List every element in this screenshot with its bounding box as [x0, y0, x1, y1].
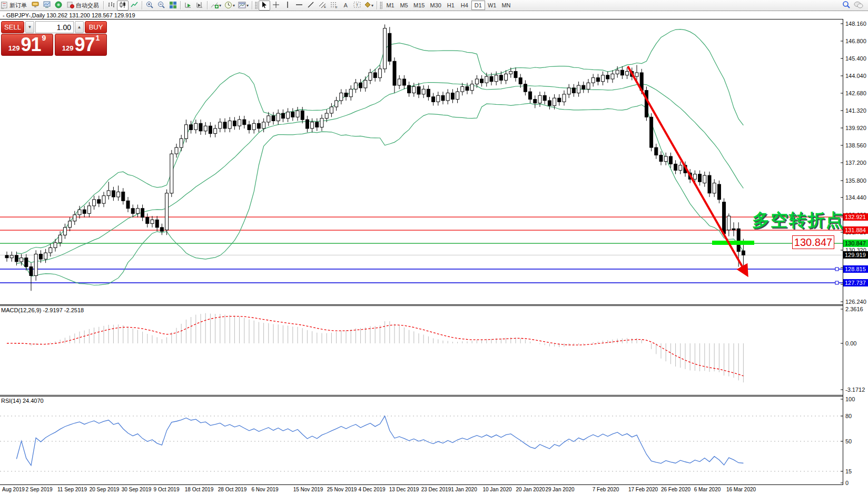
candle-body — [311, 122, 314, 128]
new-order-button[interactable]: 新订单 — [0, 1, 29, 11]
price-level-badge: 127.737 — [843, 279, 868, 286]
candle-body — [272, 116, 275, 121]
chevron-down-icon: ▾ — [371, 3, 373, 8]
line-anchor-marker[interactable] — [835, 281, 839, 284]
volume-increase-button[interactable]: ▲ — [75, 21, 84, 33]
candle-body — [131, 209, 134, 214]
pane-border — [0, 396, 843, 397]
crosshair-button[interactable] — [270, 1, 282, 11]
zoom-in-button[interactable] — [144, 1, 155, 11]
candle-body — [402, 79, 406, 85]
svg-text:T: T — [356, 3, 358, 7]
candle-body — [650, 117, 653, 147]
date-label: 28 Oct 2019 — [218, 487, 246, 492]
candlestick-icon — [119, 1, 126, 9]
candle-body — [296, 111, 299, 117]
pane-border — [0, 395, 843, 395]
candle-body — [20, 258, 23, 262]
sell-button[interactable]: SELL — [1, 21, 24, 33]
tile-windows-button[interactable] — [167, 1, 179, 11]
volume-input[interactable] — [35, 21, 74, 33]
cursor-button[interactable] — [259, 1, 270, 11]
support-highlight-bar — [712, 241, 754, 245]
candle-body — [727, 216, 731, 230]
timeframe-button-MN[interactable]: MN — [499, 1, 513, 10]
candle-body — [233, 121, 236, 126]
sell-price-panel[interactable]: 129 91 9 — [1, 34, 53, 56]
candlestick-button[interactable] — [117, 1, 129, 11]
line-anchor-marker[interactable] — [835, 268, 839, 271]
fibonacci-button[interactable]: F — [328, 1, 340, 11]
candle-body — [427, 89, 430, 97]
autotrading-button[interactable]: 自动交易 — [64, 1, 102, 11]
navigator-button[interactable] — [53, 1, 64, 11]
candle-body — [582, 85, 585, 89]
candle-body — [5, 255, 8, 258]
macd-pane[interactable] — [0, 305, 843, 395]
date-label: 13 Dec 2019 — [389, 487, 419, 492]
timeframe-button-W1[interactable]: W1 — [485, 1, 499, 10]
axis-tick-label: 0.00 — [845, 340, 856, 346]
timeframe-button-M1[interactable]: M1 — [383, 1, 397, 10]
vertical-line-button[interactable] — [282, 1, 293, 11]
timeframe-button-M30[interactable]: M30 — [427, 1, 443, 10]
candle-body — [340, 93, 343, 101]
candle-body — [378, 69, 381, 78]
market-watch-button[interactable] — [29, 1, 41, 11]
periods-button[interactable]: ▾ — [223, 1, 236, 11]
buy-price-panel[interactable]: 129 97 1 — [55, 34, 107, 56]
axis-tick-label: 145.400 — [845, 55, 866, 62]
candle-body — [267, 116, 270, 122]
channel-button[interactable]: E — [317, 1, 328, 11]
ohlc-values: 130.262 131.200 128.567 129.919 — [46, 12, 135, 18]
separator — [103, 1, 104, 9]
candle-body — [262, 122, 265, 128]
candle-body — [417, 87, 420, 95]
shapes-button[interactable]: ▾ — [363, 1, 375, 11]
macd-signal-line — [7, 316, 743, 376]
text-label-icon: T — [353, 1, 361, 9]
timeframe-button-H4[interactable]: H4 — [458, 1, 471, 10]
volume-decrease-button[interactable]: ▼ — [25, 21, 34, 33]
zoom-out-button[interactable] — [155, 1, 167, 11]
text-label-button[interactable]: T — [351, 1, 363, 11]
timeframe-button-D1[interactable]: D1 — [471, 1, 485, 10]
auto-scroll-button[interactable] — [182, 1, 194, 11]
candle-body — [219, 122, 222, 128]
separator — [180, 1, 181, 9]
candle-body — [281, 113, 284, 118]
candle-body — [626, 72, 629, 75]
bollinger-band-line — [16, 103, 743, 285]
chart-shift-button[interactable] — [194, 1, 205, 11]
candle-body — [543, 95, 546, 101]
rsi-pane[interactable] — [0, 396, 843, 484]
candle-body — [485, 76, 488, 83]
candle-body — [441, 95, 445, 101]
text-button[interactable]: A — [340, 1, 351, 11]
date-label: 20 Jan 2020 — [516, 487, 545, 492]
timeframe-button-H1[interactable]: H1 — [444, 1, 458, 10]
bar-chart-button[interactable] — [105, 1, 117, 11]
horizontal-line-button[interactable] — [293, 1, 305, 11]
data-window-button[interactable] — [41, 1, 53, 11]
candle-body — [291, 112, 294, 117]
timeframe-button-M5[interactable]: M5 — [397, 1, 411, 10]
candle-body — [616, 70, 619, 74]
downtrend-arrow[interactable] — [628, 66, 746, 273]
candle-body — [693, 174, 696, 180]
cursor-icon — [261, 1, 268, 9]
candle-body — [44, 253, 47, 259]
trendline-button[interactable] — [305, 1, 317, 11]
date-label: 11 Sep 2019 — [57, 487, 87, 492]
buy-button[interactable]: BUY — [85, 21, 107, 33]
line-chart-icon — [131, 1, 138, 9]
templates-button[interactable]: ▾ — [236, 1, 250, 11]
timeframe-button-M15[interactable]: M15 — [411, 1, 427, 10]
candle-body — [664, 156, 667, 162]
indicators-button[interactable]: ▾ — [209, 1, 223, 11]
date-label: 23 Dec 2019 — [421, 487, 451, 492]
new-order-label: 新订单 — [9, 2, 27, 9]
main-chart-pane[interactable] — [0, 19, 843, 304]
line-chart-button[interactable] — [129, 1, 140, 11]
channel-icon: E — [319, 1, 327, 9]
